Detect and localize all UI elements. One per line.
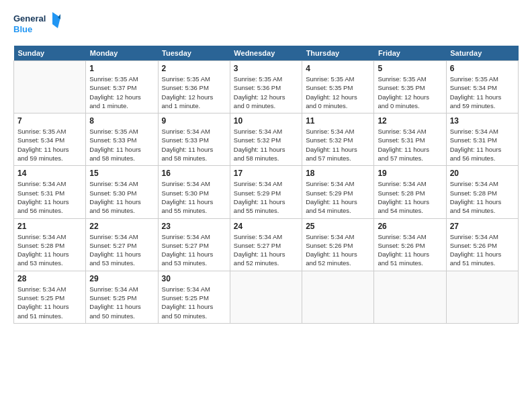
- svg-text:General: General: [13, 13, 46, 24]
- calendar-day-cell: 23Sunrise: 5:34 AM Sunset: 5:27 PM Dayli…: [158, 218, 230, 271]
- day-number: 27: [450, 222, 515, 231]
- calendar-day-cell: 12Sunrise: 5:34 AM Sunset: 5:31 PM Dayli…: [374, 113, 446, 166]
- calendar-day-header: Saturday: [446, 46, 518, 61]
- day-info: Sunrise: 5:34 AM Sunset: 5:29 PM Dayligh…: [234, 179, 298, 215]
- day-info: Sunrise: 5:34 AM Sunset: 5:28 PM Dayligh…: [450, 179, 515, 215]
- day-info: Sunrise: 5:34 AM Sunset: 5:25 PM Dayligh…: [162, 285, 226, 320]
- day-info: Sunrise: 5:34 AM Sunset: 5:31 PM Dayligh…: [450, 127, 515, 163]
- calendar-day-cell: 13Sunrise: 5:34 AM Sunset: 5:31 PM Dayli…: [446, 113, 518, 166]
- calendar-week-row: 28Sunrise: 5:34 AM Sunset: 5:25 PM Dayli…: [14, 271, 519, 323]
- day-info: Sunrise: 5:35 AM Sunset: 5:36 PM Dayligh…: [234, 75, 298, 110]
- calendar-day-cell: 6Sunrise: 5:35 AM Sunset: 5:34 PM Daylig…: [446, 61, 518, 113]
- calendar-day-cell: [14, 61, 86, 113]
- day-number: 22: [89, 222, 154, 231]
- day-info: Sunrise: 5:34 AM Sunset: 5:29 PM Dayligh…: [306, 179, 370, 215]
- day-number: 25: [306, 222, 370, 231]
- day-info: Sunrise: 5:35 AM Sunset: 5:36 PM Dayligh…: [162, 75, 226, 110]
- day-number: 19: [378, 169, 442, 178]
- calendar-day-cell: 14Sunrise: 5:34 AM Sunset: 5:31 PM Dayli…: [14, 166, 86, 218]
- day-info: Sunrise: 5:34 AM Sunset: 5:25 PM Dayligh…: [17, 285, 82, 320]
- day-info: Sunrise: 5:35 AM Sunset: 5:35 PM Dayligh…: [378, 75, 442, 110]
- calendar-day-header: Wednesday: [230, 46, 302, 61]
- day-number: 14: [17, 169, 82, 178]
- day-number: 8: [89, 116, 154, 126]
- calendar-day-cell: 9Sunrise: 5:34 AM Sunset: 5:33 PM Daylig…: [158, 113, 230, 166]
- calendar-table: SundayMondayTuesdayWednesdayThursdayFrid…: [13, 46, 519, 324]
- day-info: Sunrise: 5:34 AM Sunset: 5:32 PM Dayligh…: [306, 127, 370, 163]
- day-number: 15: [89, 169, 154, 178]
- calendar-day-cell: 29Sunrise: 5:34 AM Sunset: 5:25 PM Dayli…: [86, 271, 158, 323]
- calendar-day-cell: 4Sunrise: 5:35 AM Sunset: 5:35 PM Daylig…: [302, 61, 374, 113]
- calendar-day-cell: 8Sunrise: 5:35 AM Sunset: 5:33 PM Daylig…: [86, 113, 158, 166]
- day-number: 7: [17, 116, 82, 126]
- day-info: Sunrise: 5:35 AM Sunset: 5:33 PM Dayligh…: [89, 127, 154, 163]
- day-info: Sunrise: 5:34 AM Sunset: 5:30 PM Dayligh…: [162, 179, 226, 215]
- day-info: Sunrise: 5:34 AM Sunset: 5:31 PM Dayligh…: [17, 179, 82, 215]
- calendar-header-row: SundayMondayTuesdayWednesdayThursdayFrid…: [14, 46, 519, 61]
- day-info: Sunrise: 5:34 AM Sunset: 5:26 PM Dayligh…: [450, 232, 515, 268]
- calendar-day-cell: 24Sunrise: 5:34 AM Sunset: 5:27 PM Dayli…: [230, 218, 302, 271]
- calendar-day-header: Thursday: [302, 46, 374, 61]
- calendar-day-cell: 27Sunrise: 5:34 AM Sunset: 5:26 PM Dayli…: [446, 218, 518, 271]
- day-info: Sunrise: 5:35 AM Sunset: 5:35 PM Dayligh…: [306, 75, 370, 110]
- day-info: Sunrise: 5:34 AM Sunset: 5:28 PM Dayligh…: [17, 232, 82, 268]
- day-info: Sunrise: 5:35 AM Sunset: 5:34 PM Dayligh…: [450, 75, 515, 110]
- day-number: 23: [162, 222, 226, 231]
- logo-icon: General Blue: [13, 11, 60, 38]
- day-number: 5: [378, 64, 442, 73]
- calendar-day-header: Friday: [374, 46, 446, 61]
- day-number: 12: [378, 116, 442, 126]
- day-info: Sunrise: 5:34 AM Sunset: 5:27 PM Dayligh…: [162, 232, 226, 268]
- calendar-day-header: Sunday: [14, 46, 86, 61]
- calendar-day-cell: 28Sunrise: 5:34 AM Sunset: 5:25 PM Dayli…: [14, 271, 86, 323]
- calendar-day-cell: 16Sunrise: 5:34 AM Sunset: 5:30 PM Dayli…: [158, 166, 230, 218]
- calendar-day-cell: 17Sunrise: 5:34 AM Sunset: 5:29 PM Dayli…: [230, 166, 302, 218]
- calendar-day-cell: 1Sunrise: 5:35 AM Sunset: 5:37 PM Daylig…: [86, 61, 158, 113]
- day-number: 11: [306, 116, 370, 126]
- calendar-day-cell: [374, 271, 446, 323]
- day-number: 9: [162, 116, 226, 126]
- day-info: Sunrise: 5:34 AM Sunset: 5:26 PM Dayligh…: [306, 232, 370, 268]
- day-info: Sunrise: 5:34 AM Sunset: 5:27 PM Dayligh…: [89, 232, 154, 268]
- day-number: 4: [306, 64, 370, 73]
- calendar-day-cell: 11Sunrise: 5:34 AM Sunset: 5:32 PM Dayli…: [302, 113, 374, 166]
- calendar-week-row: 14Sunrise: 5:34 AM Sunset: 5:31 PM Dayli…: [14, 166, 519, 218]
- calendar-week-row: 21Sunrise: 5:34 AM Sunset: 5:28 PM Dayli…: [14, 218, 519, 271]
- calendar-day-cell: 18Sunrise: 5:34 AM Sunset: 5:29 PM Dayli…: [302, 166, 374, 218]
- day-info: Sunrise: 5:34 AM Sunset: 5:33 PM Dayligh…: [162, 127, 226, 163]
- day-info: Sunrise: 5:34 AM Sunset: 5:32 PM Dayligh…: [234, 127, 298, 163]
- day-info: Sunrise: 5:34 AM Sunset: 5:30 PM Dayligh…: [89, 179, 154, 215]
- calendar-day-cell: 26Sunrise: 5:34 AM Sunset: 5:26 PM Dayli…: [374, 218, 446, 271]
- calendar-day-cell: 15Sunrise: 5:34 AM Sunset: 5:30 PM Dayli…: [86, 166, 158, 218]
- day-number: 10: [234, 116, 298, 126]
- day-info: Sunrise: 5:34 AM Sunset: 5:31 PM Dayligh…: [378, 127, 442, 163]
- calendar-day-cell: [230, 271, 302, 323]
- day-number: 17: [234, 169, 298, 178]
- page: General Blue SundayMondayTuesdayWednesda…: [0, 0, 532, 411]
- calendar-day-cell: 7Sunrise: 5:35 AM Sunset: 5:34 PM Daylig…: [14, 113, 86, 166]
- day-info: Sunrise: 5:34 AM Sunset: 5:28 PM Dayligh…: [378, 179, 442, 215]
- day-number: 2: [162, 64, 226, 73]
- calendar-day-cell: 21Sunrise: 5:34 AM Sunset: 5:28 PM Dayli…: [14, 218, 86, 271]
- day-number: 30: [162, 274, 226, 283]
- calendar-week-row: 1Sunrise: 5:35 AM Sunset: 5:37 PM Daylig…: [14, 61, 519, 113]
- header: General Blue: [13, 11, 519, 38]
- calendar-day-cell: 20Sunrise: 5:34 AM Sunset: 5:28 PM Dayli…: [446, 166, 518, 218]
- svg-text:Blue: Blue: [13, 24, 32, 34]
- calendar-day-cell: 25Sunrise: 5:34 AM Sunset: 5:26 PM Dayli…: [302, 218, 374, 271]
- day-number: 3: [234, 64, 298, 73]
- calendar-day-cell: [446, 271, 518, 323]
- day-number: 21: [17, 222, 82, 231]
- day-info: Sunrise: 5:35 AM Sunset: 5:37 PM Dayligh…: [89, 75, 154, 110]
- day-number: 26: [378, 222, 442, 231]
- day-info: Sunrise: 5:34 AM Sunset: 5:26 PM Dayligh…: [378, 232, 442, 268]
- calendar-week-row: 7Sunrise: 5:35 AM Sunset: 5:34 PM Daylig…: [14, 113, 519, 166]
- svg-marker-2: [52, 12, 60, 28]
- day-number: 16: [162, 169, 226, 178]
- calendar-day-cell: 30Sunrise: 5:34 AM Sunset: 5:25 PM Dayli…: [158, 271, 230, 323]
- calendar-day-cell: 22Sunrise: 5:34 AM Sunset: 5:27 PM Dayli…: [86, 218, 158, 271]
- day-number: 20: [450, 169, 515, 178]
- day-info: Sunrise: 5:34 AM Sunset: 5:25 PM Dayligh…: [89, 285, 154, 320]
- calendar-day-cell: 2Sunrise: 5:35 AM Sunset: 5:36 PM Daylig…: [158, 61, 230, 113]
- calendar-day-cell: [302, 271, 374, 323]
